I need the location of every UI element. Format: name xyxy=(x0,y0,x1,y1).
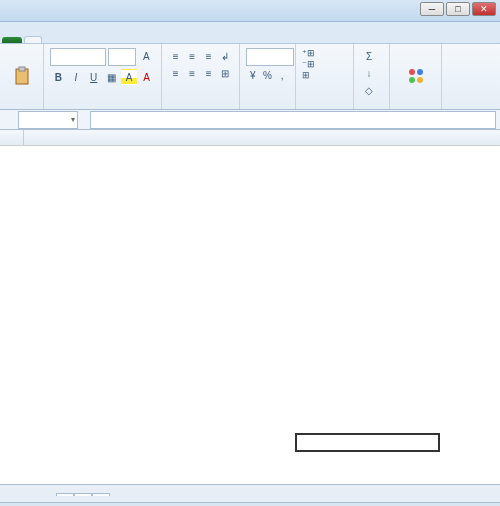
underline-button[interactable]: U xyxy=(85,69,102,85)
font-label xyxy=(48,107,157,109)
fill-color-button[interactable]: A xyxy=(121,69,138,85)
name-box[interactable] xyxy=(18,111,78,129)
tab-data[interactable] xyxy=(90,37,106,43)
autosum-button[interactable]: Σ xyxy=(360,48,378,64)
group-alignment: ≡ ≡ ≡ ↲ ≡ ≡ ≡ ⊞ xyxy=(162,44,240,109)
sheet-nav-next[interactable] xyxy=(28,487,42,501)
sheet-tab-bar xyxy=(0,484,500,502)
formula-bar xyxy=(0,110,500,130)
ribbon: A B I U ▦ A A ≡ ≡ ≡ ↲ ≡ ≡ ≡ xyxy=(0,44,500,110)
svg-point-3 xyxy=(417,69,423,75)
sheet-nav-last[interactable] xyxy=(42,487,56,501)
minimize-button[interactable]: ─ xyxy=(420,2,444,16)
number-format-dropdown[interactable] xyxy=(246,48,294,66)
alignment-label xyxy=(166,107,235,109)
svg-point-2 xyxy=(409,69,415,75)
group-save xyxy=(390,44,442,109)
currency-button[interactable]: ¥ xyxy=(246,67,260,83)
tab-home[interactable] xyxy=(24,36,42,43)
insert-cells-button[interactable]: ⁺⊞ xyxy=(302,48,347,58)
clipboard-label xyxy=(4,107,39,109)
tab-review[interactable] xyxy=(106,37,122,43)
merged-title-cell[interactable] xyxy=(56,146,440,164)
column-headers xyxy=(0,130,500,146)
svg-rect-1 xyxy=(19,67,25,71)
align-top-button[interactable]: ≡ xyxy=(168,48,184,64)
align-center-button[interactable]: ≡ xyxy=(185,65,201,81)
editing-label xyxy=(358,107,385,109)
bold-button[interactable]: B xyxy=(50,69,67,85)
sheet-tab-1[interactable] xyxy=(56,493,74,496)
tab-view[interactable] xyxy=(122,37,138,43)
save-label xyxy=(394,107,437,109)
status-bar xyxy=(0,502,500,506)
file-tab[interactable] xyxy=(2,37,22,43)
svg-point-5 xyxy=(417,77,423,83)
tab-formulas[interactable] xyxy=(74,37,90,43)
tab-insert[interactable] xyxy=(42,37,58,43)
merge-button[interactable]: ⊞ xyxy=(218,65,234,81)
percent-button[interactable]: % xyxy=(261,67,275,83)
italic-button[interactable]: I xyxy=(68,69,85,85)
paste-icon xyxy=(12,66,32,86)
number-label xyxy=(244,107,291,109)
save-baidu-button[interactable] xyxy=(404,64,428,89)
font-name-dropdown[interactable] xyxy=(50,48,106,66)
sheet-tab-2[interactable] xyxy=(74,493,92,496)
cloud-icon xyxy=(406,66,426,86)
tab-baidu[interactable] xyxy=(154,37,170,43)
tab-dev[interactable] xyxy=(138,37,154,43)
svg-point-4 xyxy=(409,77,415,83)
sheet-nav-first[interactable] xyxy=(0,487,14,501)
active-cell-outline xyxy=(295,433,440,452)
group-cells: ⁺⊞ ⁻⊞ ⊞ xyxy=(296,44,354,109)
align-right-button[interactable]: ≡ xyxy=(201,65,217,81)
increase-font-button[interactable]: A xyxy=(138,48,155,64)
title-bar: ─ □ ✕ xyxy=(0,0,500,22)
align-mid-button[interactable]: ≡ xyxy=(185,48,201,64)
wrap-button[interactable]: ↲ xyxy=(218,48,234,64)
close-button[interactable]: ✕ xyxy=(472,2,496,16)
sheet-nav-prev[interactable] xyxy=(14,487,28,501)
tab-layout[interactable] xyxy=(58,37,74,43)
window-controls: ─ □ ✕ xyxy=(420,2,496,16)
group-number: ¥ % , xyxy=(240,44,296,109)
formula-input[interactable] xyxy=(90,111,496,129)
paste-button[interactable] xyxy=(10,64,34,89)
align-bot-button[interactable]: ≡ xyxy=(201,48,217,64)
comma-button[interactable]: , xyxy=(275,67,289,83)
group-editing: Σ ↓ ◇ xyxy=(354,44,390,109)
format-cells-button[interactable]: ⊞ xyxy=(302,70,347,80)
font-color-button[interactable]: A xyxy=(138,69,155,85)
sheet-tab-3[interactable] xyxy=(92,493,110,496)
clear-button[interactable]: ◇ xyxy=(360,82,378,98)
border-button[interactable]: ▦ xyxy=(103,69,120,85)
select-all-corner[interactable] xyxy=(0,130,24,145)
maximize-button[interactable]: □ xyxy=(446,2,470,16)
font-size-dropdown[interactable] xyxy=(108,48,135,66)
group-clipboard xyxy=(0,44,44,109)
fill-button[interactable]: ↓ xyxy=(360,65,378,81)
delete-cells-button[interactable]: ⁻⊞ xyxy=(302,59,347,69)
ribbon-tabs xyxy=(0,22,500,44)
group-font: A B I U ▦ A A xyxy=(44,44,162,109)
cells-label xyxy=(300,107,349,109)
spreadsheet-grid[interactable] xyxy=(0,130,500,484)
align-left-button[interactable]: ≡ xyxy=(168,65,184,81)
